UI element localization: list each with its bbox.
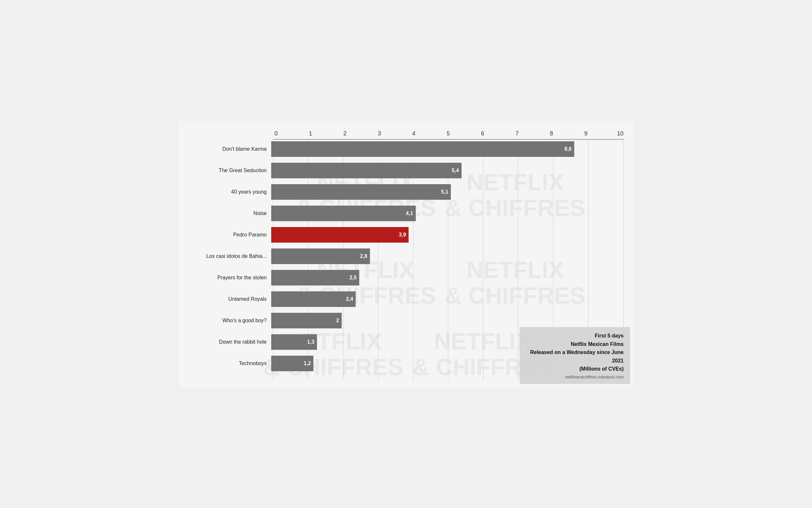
- bar-value-label: 2,4: [346, 296, 356, 302]
- chart-container: NETFLIX& CHIFFRES NETFLIX& CHIFFRES NETF…: [179, 121, 633, 387]
- caption-line1: First 5 days: [595, 333, 624, 338]
- bar-track: 5,1: [271, 184, 624, 200]
- bar-track: 2,4: [271, 291, 624, 307]
- bar-track: 8,6: [271, 141, 624, 157]
- x-axis-label: 0: [273, 130, 279, 137]
- bar-track: 2: [271, 313, 624, 328]
- bar-value-label: 2: [336, 318, 342, 324]
- bar-fill: 1,2: [271, 356, 313, 371]
- bar-label: Los casi idolos de Bahia...: [182, 253, 271, 259]
- bar-value-label: 4,1: [406, 210, 416, 216]
- bar-fill: 4,1: [271, 206, 416, 221]
- bar-label: Noise: [182, 210, 271, 216]
- bar-fill: 5,4: [271, 163, 462, 178]
- x-axis-label: 4: [411, 130, 417, 137]
- bar-label: 40 years young: [182, 189, 271, 195]
- bar-value-label: 5,4: [452, 168, 462, 173]
- bar-row: Noise4,1: [182, 203, 624, 223]
- bar-value-label: 1,2: [304, 361, 313, 366]
- bar-value-label: 2,5: [349, 275, 359, 281]
- bar-fill: 1,3: [271, 334, 317, 350]
- x-axis-label: 5: [445, 130, 452, 137]
- bar-value-label: 2,8: [360, 253, 370, 259]
- caption-line2: Netflix Mexican Films: [571, 341, 624, 347]
- bar-track: 5,4: [271, 163, 624, 178]
- bar-fill: 2,5: [271, 270, 359, 286]
- bar-label: The Great Seduction: [182, 167, 271, 173]
- caption-line3: Released on a Wednesday since June 2021: [530, 349, 624, 364]
- bar-value-label: 8,6: [564, 146, 574, 152]
- bar-row: The Great Seduction5,4: [182, 161, 624, 181]
- x-axis-label: 9: [583, 130, 589, 137]
- bar-fill: 2,4: [271, 291, 356, 307]
- caption-source: netflixandchiffres.substack.com: [526, 375, 624, 379]
- caption-main: First 5 days Netflix Mexican Films Relea…: [526, 332, 624, 373]
- bar-label: Technoboys: [182, 360, 271, 366]
- bar-label: Down the rabbit hole: [182, 339, 271, 345]
- bar-row: Don't blame Karma8,6: [182, 139, 624, 159]
- bar-value-label: 1,3: [307, 339, 317, 345]
- bar-value-label: 5,1: [441, 189, 451, 195]
- bar-track: 4,1: [271, 206, 624, 221]
- x-axis-label: 8: [548, 130, 555, 137]
- bar-label: Untamed Royals: [182, 296, 271, 302]
- x-axis-labels: 012345678910: [273, 130, 624, 137]
- x-axis-label: 2: [342, 130, 348, 137]
- bar-label: Prayers for the stolen: [182, 274, 271, 281]
- bar-track: 3,9: [271, 227, 624, 243]
- caption-line4: (Millions of CVEs): [580, 366, 624, 372]
- bar-label: Don't blame Karma: [182, 146, 271, 152]
- bar-track: 2,5: [271, 270, 624, 286]
- x-axis-label: 1: [307, 130, 314, 137]
- bar-label: Pedro Paramo: [182, 231, 271, 238]
- x-axis-label: 6: [479, 130, 486, 137]
- bar-row: Pedro Paramo3,9: [182, 225, 624, 245]
- bar-fill: 2,8: [271, 249, 370, 264]
- x-axis-label: 3: [376, 130, 383, 137]
- bar-row: Prayers for the stolen2,5: [182, 268, 624, 288]
- bar-fill: 5,1: [271, 184, 451, 200]
- bar-fill: 2: [271, 313, 342, 328]
- bar-row: Untamed Royals2,4: [182, 289, 624, 309]
- x-axis: 012345678910: [273, 127, 624, 137]
- caption-box: First 5 days Netflix Mexican Films Relea…: [520, 327, 630, 384]
- bar-fill: 3,9: [271, 227, 409, 243]
- bar-row: 40 years young5,1: [182, 182, 624, 202]
- bar-fill: 8,6: [271, 141, 574, 157]
- bar-label: Who's a good boy?: [182, 318, 271, 324]
- x-axis-label: 10: [617, 130, 624, 137]
- x-axis-label: 7: [514, 130, 520, 137]
- bar-track: 2,8: [271, 249, 624, 264]
- bar-value-label: 3,9: [399, 232, 409, 238]
- bar-row: Los casi idolos de Bahia...2,8: [182, 246, 624, 266]
